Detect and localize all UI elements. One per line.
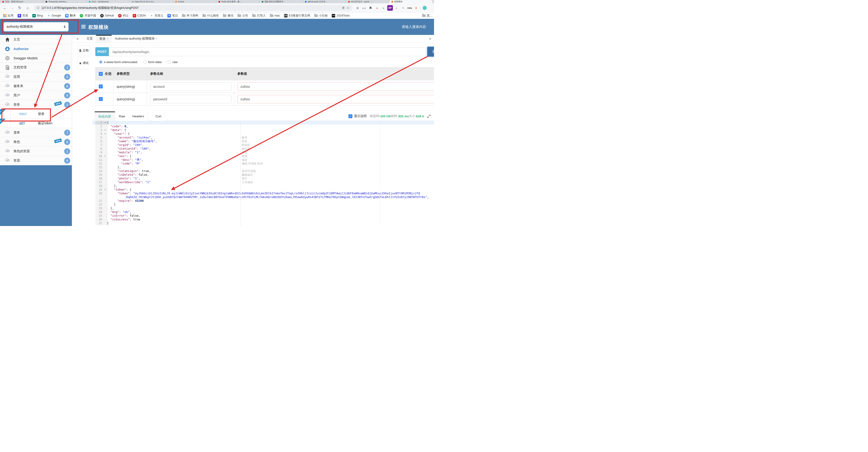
show-description-toggle[interactable]: ✓ 显示说明 bbox=[348, 114, 367, 118]
sidebar-item-文档管理[interactable]: 文档管理3 bbox=[0, 63, 72, 72]
bookmark-item[interactable]: GGitHub bbox=[100, 14, 114, 18]
doc-tab-调试[interactable]: 调试 bbox=[78, 57, 90, 69]
fold-caret-icon[interactable]: ▾ bbox=[103, 154, 107, 158]
bookmark-item[interactable]: 什么都有 bbox=[203, 14, 219, 18]
workspace-tab[interactable]: 主页 bbox=[83, 35, 96, 43]
sidebar-endpoint-post[interactable]: NEWPOST登录 bbox=[0, 109, 72, 119]
bookmark-item[interactable]: 学习资料 bbox=[182, 14, 198, 18]
extension-icon[interactable]: {…} bbox=[361, 5, 367, 11]
collapse-tabs-button[interactable]: « bbox=[72, 35, 83, 43]
back-icon[interactable]: ← bbox=[2, 5, 8, 11]
bookmark-item[interactable]: 微信 bbox=[223, 14, 234, 18]
browser-tab[interactable]: GK文件过大（pack）… bbox=[346, 0, 389, 3]
more-tabs-button[interactable]: » bbox=[429, 35, 431, 43]
bookmark-item[interactable]: GGoogle bbox=[47, 14, 61, 18]
browser-tab[interactable]: Temporary Interact… bbox=[43, 0, 87, 3]
page-info-icon[interactable]: ⓘ bbox=[37, 6, 39, 10]
browser-tab[interactable]: 甘欣 - 登皇/JESuen bbox=[0, 0, 43, 3]
browser-tab[interactable]: 国家税务总局重庆市… bbox=[259, 0, 303, 3]
bookmark-item[interactable]: G码云 bbox=[118, 14, 129, 18]
bookmark-item[interactable]: bBing bbox=[32, 14, 43, 18]
sidebar-item-登录[interactable]: API登录NEW2 bbox=[0, 100, 72, 109]
bookmark-item[interactable]: CCSDN bbox=[133, 14, 146, 18]
bookmark-item[interactable]: 公司 bbox=[238, 14, 248, 18]
sidebar-item-资源[interactable]: API资源6 bbox=[0, 156, 72, 165]
bookmark-item[interactable]: 应用 bbox=[3, 14, 13, 18]
bookmark-item[interactable]: C开源中国 bbox=[80, 14, 96, 18]
close-tab-icon[interactable]: × bbox=[107, 37, 108, 40]
extension-icon[interactable]: ● bbox=[374, 5, 380, 11]
browser-tab[interactable]: Zuul - JumpServer bbox=[87, 0, 130, 3]
response-tab-Headers[interactable]: Headers bbox=[129, 112, 148, 121]
extension-icon[interactable]: GitZip bbox=[407, 5, 412, 11]
fold-caret-icon[interactable]: ▾ bbox=[103, 132, 107, 136]
workspace-tab[interactable]: Authorize-authority-权限模块× bbox=[112, 35, 161, 43]
row-checkbox[interactable]: ✓ bbox=[99, 97, 103, 101]
header-search-input[interactable]: 请输入搜索内容 bbox=[402, 25, 426, 29]
sidebar-item-角色的资源[interactable]: API角色的资源1 bbox=[0, 147, 72, 156]
extension-icon[interactable]: ✳ bbox=[413, 5, 419, 11]
browser-tab[interactable]: github pack 文件夹… bbox=[303, 0, 346, 3]
browser-tab[interactable]: 权限模块 bbox=[389, 0, 432, 3]
browser-tab[interactable]: https://8.12-46.4.1m… bbox=[130, 0, 173, 3]
sidebar-item-Swagger Models[interactable]: Swagger Models bbox=[0, 54, 72, 63]
bookmark-item[interactable]: ∞百度云 bbox=[150, 14, 163, 18]
radio-icon[interactable] bbox=[143, 60, 147, 63]
reload-icon[interactable]: ↻ bbox=[17, 5, 23, 11]
param-value-input[interactable] bbox=[237, 82, 434, 91]
param-name-input[interactable] bbox=[150, 95, 231, 103]
sidebar-item-用户[interactable]: API用户9 bbox=[0, 91, 72, 100]
module-select[interactable]: authority-权限模块 bbox=[3, 22, 69, 31]
sidebar-item-菜单[interactable]: API菜单7 bbox=[0, 128, 72, 137]
extension-icon[interactable]: 英 bbox=[368, 5, 373, 11]
star-icon[interactable]: ☆ bbox=[347, 6, 350, 10]
sidebar-item-主页[interactable]: 主页 bbox=[0, 35, 72, 44]
bookmark-item[interactable]: 已导入 bbox=[252, 14, 266, 18]
fold-caret-icon[interactable]: ▾ bbox=[103, 128, 107, 132]
response-tab-响应内容[interactable]: 响应内容 bbox=[95, 112, 115, 121]
select-all-checkbox[interactable]: ✓ bbox=[99, 72, 103, 76]
browser-tab[interactable]: Redis 命令参考（多… bbox=[216, 0, 259, 3]
bookmark-item[interactable]: 译翻译 bbox=[65, 14, 75, 18]
response-tab-Curl[interactable]: Curl bbox=[152, 112, 165, 121]
translate-icon[interactable]: 译 bbox=[342, 6, 345, 10]
hamburger-icon[interactable] bbox=[81, 25, 86, 26]
doc-tab-文档[interactable]: 文档 bbox=[78, 46, 90, 55]
extension-icon[interactable]: ● bbox=[394, 5, 399, 11]
sidebar-item-角色[interactable]: API角色NEW8 bbox=[0, 137, 72, 147]
extension-icon[interactable]: RP bbox=[387, 5, 393, 11]
forward-icon[interactable]: → bbox=[9, 5, 16, 11]
show-description-checkbox[interactable]: ✓ bbox=[348, 114, 352, 118]
sidebar-item-Authorize[interactable]: Authorize bbox=[0, 44, 72, 54]
home-icon[interactable]: ⌂ bbox=[25, 5, 31, 11]
bookmark-item[interactable]: 百百度 bbox=[18, 14, 28, 18]
content-type-option[interactable]: x-www-form-urlencoded bbox=[99, 60, 137, 64]
param-name-input[interactable] bbox=[150, 82, 231, 91]
fold-caret-icon[interactable]: ▾ bbox=[103, 188, 107, 192]
sidebar-endpoint-get[interactable]: NEWGET验证token bbox=[0, 119, 72, 128]
workspace-tab[interactable]: 登录× bbox=[96, 35, 112, 43]
sidebar-item-应用[interactable]: API应用5 bbox=[0, 72, 72, 82]
bookmark-item[interactable]: ✎笔记 bbox=[167, 14, 178, 18]
fold-caret-icon[interactable]: ▾ bbox=[103, 121, 107, 124]
bookmarks-overflow[interactable]: 其… bbox=[420, 14, 433, 18]
extension-icon[interactable]: ⊡ bbox=[355, 5, 360, 11]
profile-avatar[interactable] bbox=[423, 6, 427, 10]
response-body-editor[interactable]: 1▾{2 "code": 0,3▾ "data": {4▾ "user": {5… bbox=[93, 121, 434, 226]
browser-tab[interactable]: Kuboa bbox=[173, 0, 216, 3]
row-checkbox[interactable]: ✓ bbox=[99, 84, 103, 88]
address-bar[interactable]: ⓘ 127.0.0.1:8760/api/gate/doc.html#/auth… bbox=[34, 5, 352, 11]
bookmark-item[interactable]: ESES搜索引擎文档 bbox=[284, 14, 310, 18]
response-tab-Raw[interactable]: Raw bbox=[115, 112, 129, 121]
bookmark-item[interactable]: 10241024Tools bbox=[332, 14, 350, 18]
content-type-option[interactable]: raw bbox=[167, 60, 178, 64]
radio-icon[interactable] bbox=[99, 60, 102, 63]
expand-icon[interactable] bbox=[427, 114, 431, 118]
send-button[interactable]: 发送 bbox=[427, 47, 434, 57]
close-tab-icon[interactable]: × bbox=[156, 37, 158, 40]
content-type-option[interactable]: form-data bbox=[143, 60, 161, 64]
radio-icon[interactable] bbox=[167, 60, 171, 63]
bookmark-item[interactable]: 小目标 bbox=[314, 14, 328, 18]
extension-icon[interactable]: ▼ bbox=[400, 5, 406, 11]
extension-icon[interactable]: ● bbox=[381, 5, 386, 11]
